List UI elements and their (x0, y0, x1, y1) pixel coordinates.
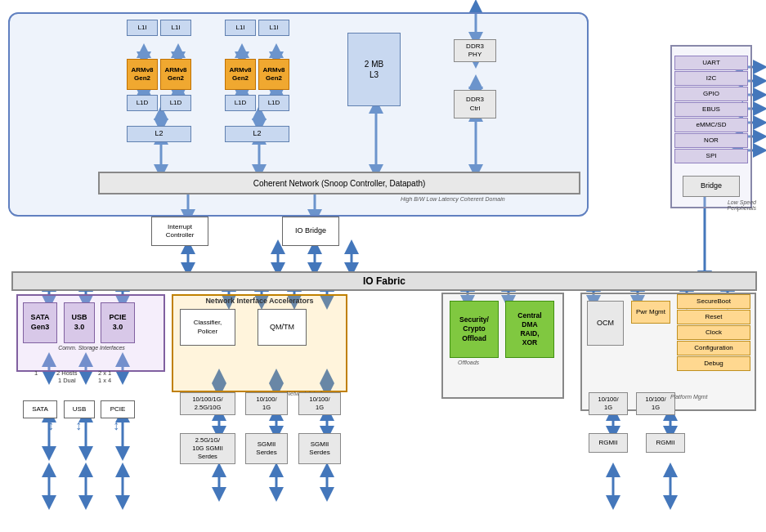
gpio-box: GPIO (674, 87, 748, 101)
interrupt-controller: InterruptController (151, 217, 208, 246)
coherent-sublabel: High B/W Low Latency Coherent Domain (401, 196, 505, 202)
sgmii-2: SGMIISerdes (298, 433, 341, 464)
platform-mgmt-label: Platform Mgmt (670, 394, 708, 400)
diagram: L1I L1I ARMv8Gen2 ARMv8Gen2 L1D L1D L2 L… (0, 0, 766, 532)
sata-box: SATAGen3 (23, 302, 57, 343)
coherent-bar: Coherent Network (Snoop Controller, Data… (98, 172, 580, 194)
security-box: Security/CryptoOffload (450, 301, 499, 358)
emmc-box: eMMC/SD (674, 118, 748, 132)
cpu-2: ARMv8Gen2 (160, 59, 191, 90)
l2-1: L2 (127, 126, 191, 142)
net-10g-box: 10/100/1G/2.5G/10G (180, 392, 235, 415)
sata-bottom: SATA (23, 400, 57, 418)
debug-box: Debug (677, 356, 750, 371)
io-bridge: IO Bridge (282, 217, 339, 246)
ddr3-phy: DDR3PHY (454, 39, 496, 62)
rgmii-1: RGMII (589, 433, 628, 453)
l2-2: L2 (225, 126, 289, 142)
ddr3-ctrl: DDR3Ctrl (454, 90, 496, 118)
low-speed-label: Low SpeedPeripherals (670, 199, 756, 211)
l1d-3: L1D (225, 95, 256, 111)
io-fabric-label: IO Fabric (363, 275, 405, 287)
spi-box: SPI (674, 149, 748, 163)
nia-label: Network Interface Accelerators (176, 297, 343, 305)
l1d-1: L1D (127, 95, 158, 111)
sgmii-1: SGMIISerdes (245, 433, 288, 464)
l3-cache: 2 MBL3 (347, 33, 401, 106)
usb-box: USB3.0 (64, 302, 95, 343)
clock-box: Clock (677, 325, 750, 340)
sgmii-25g: 2.5G/1G/10G SGMIISerdes (180, 433, 235, 464)
coherent-label: Coherent Network (Snoop Controller, Data… (253, 179, 426, 188)
nor-box: NOR (674, 133, 748, 148)
sata-arrow-down: ↕ (47, 418, 54, 433)
qmtm-box: QM/TM (258, 309, 307, 346)
classifier-box: Classifier,Policer (180, 309, 235, 346)
l1i-1: L1I (127, 20, 158, 36)
net-100-1: 10/100/1G (245, 392, 288, 415)
l1i-4: L1I (258, 20, 289, 36)
pcie-box: PCIE3.0 (101, 302, 135, 343)
pwr-mgmt-box: Pwr Mgmt (631, 301, 670, 324)
comm-storage-label: Comm. Storage Interfaces (18, 345, 165, 351)
usb-bottom: USB (64, 400, 95, 418)
ocm-box: OCM (587, 301, 624, 346)
l1d-4: L1D (258, 95, 289, 111)
host-2x1-label: 2 x 11 x 4 (98, 369, 111, 384)
net-100-2: 10/100/1G (298, 392, 341, 415)
rgmii-2: RGMII (646, 433, 685, 453)
config-box: Configuration (677, 341, 750, 355)
net-100-3: 10/100/1G (589, 392, 628, 415)
pcie-arrow-down: ↕ (113, 418, 119, 433)
l1i-2: L1I (160, 20, 191, 36)
l1i-3: L1I (225, 20, 256, 36)
reset-box: Reset (677, 310, 750, 324)
io-fabric: IO Fabric (11, 271, 757, 291)
host-2hosts-label: 2 Hosts1 Dual (56, 369, 77, 384)
i2c-box: I2C (674, 71, 748, 86)
ebus-box: EBUS (674, 102, 748, 117)
l1d-2: L1D (160, 95, 191, 111)
bridge-box: Bridge (683, 176, 740, 197)
host-1-label: 1 (34, 369, 38, 377)
net-100-4: 10/100/1G (636, 392, 675, 415)
pcie-bottom: PCIE (101, 400, 135, 418)
uart-box: UART (674, 56, 748, 70)
usb-arrow-down: ↕ (75, 418, 82, 433)
cpu-1: ARMv8Gen2 (127, 59, 158, 90)
cpu-4: ARMv8Gen2 (258, 59, 289, 90)
cpu-3: ARMv8Gen2 (225, 59, 256, 90)
secureboot-box: SecureBoot (677, 294, 750, 309)
offloads-label: Offloads (458, 360, 479, 365)
dma-box: CentralDMARAID,XOR (505, 301, 554, 358)
